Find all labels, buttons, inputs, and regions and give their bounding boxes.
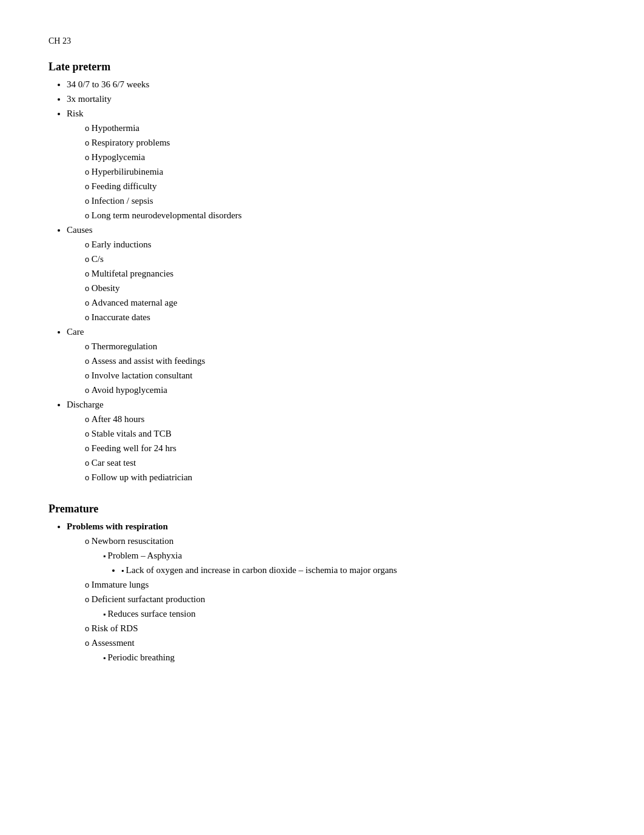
list-item: Avoid hypoglycemia	[85, 383, 595, 397]
respiration-list: Newborn resuscitation Problem – Asphyxia…	[67, 534, 595, 665]
list-item: Risk Hypothermia Respiratory problems Hy…	[67, 106, 595, 223]
premature-list: Problems with respiration Newborn resusc…	[49, 519, 595, 665]
asphyxia-list: Lack of oxygen and increase in carbon di…	[103, 563, 595, 577]
list-item: After 48 hours	[85, 412, 595, 426]
list-item: Risk of RDS	[85, 621, 595, 635]
list-item: Causes Early inductions C/s Multifetal p…	[67, 223, 595, 324]
list-item: Feeding well for 24 hrs	[85, 441, 595, 455]
list-item: Hypothermia	[85, 121, 595, 135]
list-item: Infection / sepsis	[85, 193, 595, 208]
list-item: Stable vitals and TCB	[85, 426, 595, 441]
causes-list: Early inductions C/s Multifetal pregnanc…	[67, 237, 595, 324]
list-item: Long term neurodevelopmental disorders	[85, 208, 595, 223]
list-item: Discharge After 48 hours Stable vitals a…	[67, 397, 595, 485]
premature-section: Premature Problems with respiration Newb…	[49, 503, 595, 665]
list-item: Involve lactation consultant	[85, 368, 595, 383]
list-item: Follow up with pediatrician	[85, 470, 595, 485]
assessment-list: Periodic breathing	[85, 650, 595, 665]
list-item: Assess and assist with feedings	[85, 354, 595, 368]
list-item: Advanced maternal age	[85, 295, 595, 310]
discharge-list: After 48 hours Stable vitals and TCB Fee…	[67, 412, 595, 485]
list-item: Newborn resuscitation Problem – Asphyxia…	[85, 534, 595, 577]
list-item: Care Thermoregulation Assess and assist …	[67, 324, 595, 397]
premature-title: Premature	[49, 503, 595, 515]
chapter-label: CH 23	[49, 36, 595, 46]
list-item: Obesity	[85, 281, 595, 295]
list-item: Reduces surface tension	[103, 606, 595, 621]
list-item: Deficient surfactant production Reduces …	[85, 592, 595, 621]
resuscitation-list: Problem – Asphyxia Lack of oxygen and in…	[85, 548, 595, 577]
surfactant-list: Reduces surface tension	[85, 606, 595, 621]
care-list: Thermoregulation Assess and assist with …	[67, 339, 595, 397]
list-item: Problem – Asphyxia Lack of oxygen and in…	[103, 548, 595, 577]
risk-list: Hypothermia Respiratory problems Hypogly…	[67, 121, 595, 223]
list-item: Assessment Periodic breathing	[85, 635, 595, 665]
list-item: Periodic breathing	[103, 650, 595, 665]
late-preterm-title: Late preterm	[49, 61, 595, 73]
list-item: Multifetal pregnancies	[85, 266, 595, 281]
late-preterm-section: Late preterm 34 0/7 to 36 6/7 weeks 3x m…	[49, 61, 595, 485]
list-item: Early inductions	[85, 237, 595, 252]
list-item: Thermoregulation	[85, 339, 595, 354]
list-item: Problems with respiration Newborn resusc…	[67, 519, 595, 665]
late-preterm-list: 34 0/7 to 36 6/7 weeks 3x mortality Risk…	[49, 77, 595, 485]
list-item: C/s	[85, 252, 595, 266]
list-item: Immature lungs	[85, 577, 595, 592]
list-item: Inaccurate dates	[85, 310, 595, 324]
list-item: Car seat test	[85, 455, 595, 470]
list-item: Hyperbilirubinemia	[85, 164, 595, 179]
list-item: 34 0/7 to 36 6/7 weeks	[67, 77, 595, 92]
list-item: 3x mortality	[67, 92, 595, 106]
list-item: Hypoglycemia	[85, 150, 595, 164]
list-item: Feeding difficulty	[85, 179, 595, 193]
problems-respiration-label: Problems with respiration	[67, 521, 168, 531]
list-item: Respiratory problems	[85, 135, 595, 150]
list-item: Lack of oxygen and increase in carbon di…	[121, 563, 595, 577]
